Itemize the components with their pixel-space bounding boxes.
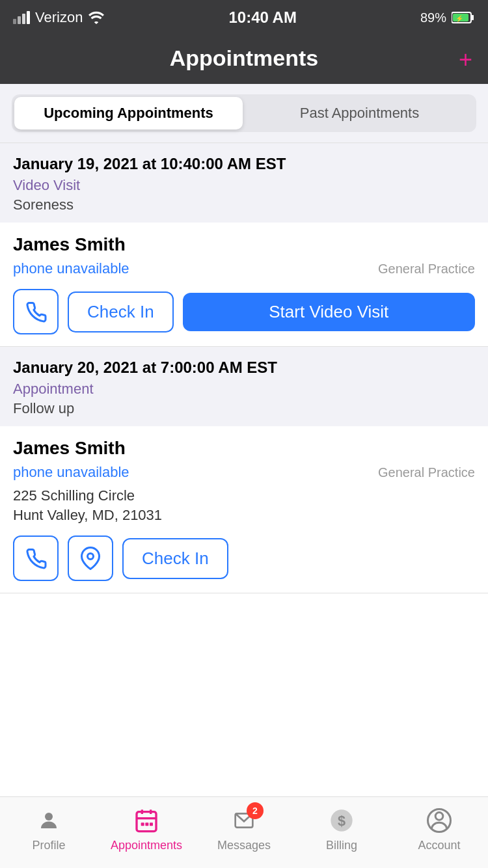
nav-header: Appointments +: [0, 35, 488, 84]
messages-icon: 2: [230, 806, 258, 835]
tab-profile[interactable]: Profile: [0, 806, 98, 852]
wifi-icon: [88, 11, 105, 24]
svg-point-5: [45, 813, 53, 821]
appointment-1-type: Video Visit: [13, 177, 475, 194]
appointment-2-reason: Follow up: [13, 400, 475, 417]
appointment-tabs: Upcoming Appointments Past Appointments: [12, 94, 476, 132]
svg-text:⚡: ⚡: [455, 14, 464, 23]
appointment-2-type: Appointment: [13, 381, 475, 398]
battery-percent: 89%: [420, 10, 446, 25]
tab-past[interactable]: Past Appointments: [245, 97, 474, 129]
tab-account-label: Account: [418, 839, 460, 852]
tab-messages-label: Messages: [217, 839, 271, 852]
appointment-1-header: January 19, 2021 at 10:40:00 AM EST Vide…: [0, 143, 488, 223]
tab-billing-label: Billing: [326, 839, 357, 852]
billing-icon: $: [327, 806, 356, 835]
tab-billing[interactable]: $ Billing: [293, 806, 390, 852]
appointment-2-datetime: January 20, 2021 at 7:00:00 AM EST: [13, 359, 475, 377]
appointment-2-body: James Smith phone unavailable General Pr…: [0, 426, 488, 593]
appointments-list: January 19, 2021 at 10:40:00 AM EST Vide…: [0, 143, 488, 671]
appointment-1-call-button[interactable]: [13, 289, 59, 334]
svg-rect-6: [137, 812, 156, 832]
svg-rect-12: [150, 822, 153, 826]
appointment-2-actions: Check In: [13, 536, 475, 581]
appointment-2-address2: Hunt Valley, MD, 21031: [13, 507, 475, 524]
profile-icon: [34, 806, 63, 835]
appointment-2-checkin-button[interactable]: Check In: [122, 538, 228, 579]
carrier-label: Verizon: [35, 9, 83, 26]
signal-icon: [13, 11, 30, 24]
tab-messages[interactable]: 2 Messages: [195, 806, 293, 852]
page-title: Appointments: [170, 46, 319, 71]
appointment-1-body: James Smith phone unavailable General Pr…: [0, 223, 488, 346]
svg-point-4: [88, 554, 94, 560]
appointment-1-actions: Check In Start Video Visit: [13, 289, 475, 334]
appointment-1-specialty: General Practice: [378, 262, 475, 277]
battery-icon: ⚡: [452, 11, 475, 24]
appointment-1-doctor: James Smith: [13, 234, 475, 255]
status-time: 10:40 AM: [228, 8, 296, 27]
appointment-2-doctor: James Smith: [13, 438, 475, 459]
status-left: Verizon: [13, 9, 105, 26]
tab-upcoming[interactable]: Upcoming Appointments: [14, 97, 243, 129]
appointment-2-specialty: General Practice: [378, 465, 475, 480]
appointment-2-call-button[interactable]: [13, 536, 59, 581]
svg-point-16: [435, 813, 443, 821]
status-right: 89% ⚡: [420, 10, 475, 25]
appointment-2-location-button[interactable]: [68, 536, 113, 581]
appointment-1-phone[interactable]: phone unavailable: [13, 260, 129, 277]
messages-badge: 2: [247, 802, 264, 819]
add-appointment-button[interactable]: +: [459, 46, 472, 74]
appointment-1-info-row: phone unavailable General Practice: [13, 260, 475, 277]
status-bar: Verizon 10:40 AM 89% ⚡: [0, 0, 488, 35]
bottom-tab-bar: Profile Appointments 2 Messages: [0, 796, 488, 868]
account-icon: [425, 806, 454, 835]
appointment-1-reason: Soreness: [13, 197, 475, 213]
tab-profile-label: Profile: [32, 839, 65, 852]
appointment-2-header: January 20, 2021 at 7:00:00 AM EST Appoi…: [0, 347, 488, 426]
appointment-1-video-button[interactable]: Start Video Visit: [183, 293, 475, 331]
appointment-2-info-row: phone unavailable General Practice: [13, 464, 475, 481]
tabs-container: Upcoming Appointments Past Appointments: [0, 84, 488, 143]
svg-rect-11: [145, 822, 148, 826]
tab-account[interactable]: Account: [390, 806, 488, 852]
svg-rect-10: [141, 822, 144, 826]
appointments-icon: [132, 806, 161, 835]
divider-2: [0, 593, 488, 593]
appointment-2-phone[interactable]: phone unavailable: [13, 464, 129, 481]
tab-appointments-label: Appointments: [111, 839, 182, 852]
appointment-1-checkin-button[interactable]: Check In: [68, 292, 174, 332]
svg-rect-1: [472, 15, 474, 20]
svg-text:$: $: [338, 813, 346, 829]
appointment-2-address1: 225 Schilling Circle: [13, 487, 475, 504]
tab-appointments[interactable]: Appointments: [98, 806, 195, 852]
appointment-1-datetime: January 19, 2021 at 10:40:00 AM EST: [13, 155, 475, 173]
